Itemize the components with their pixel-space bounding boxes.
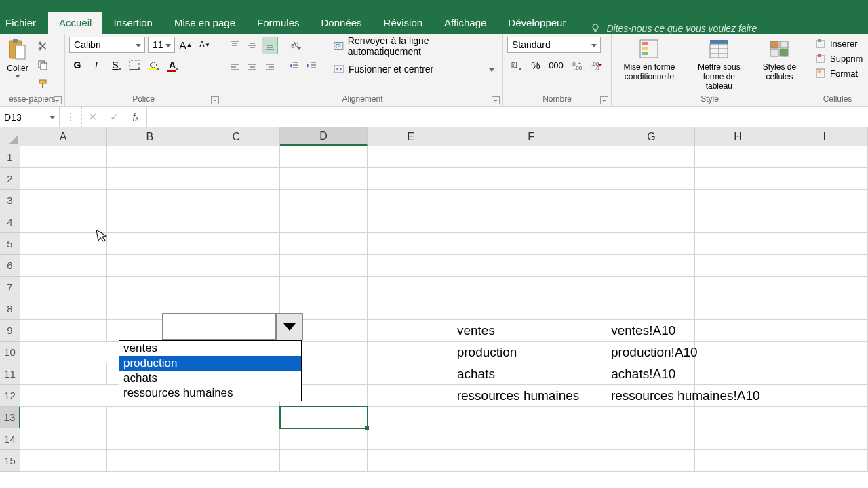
cell-B7[interactable] — [107, 277, 194, 298]
cell-F13[interactable] — [454, 407, 608, 428]
cell-A2[interactable] — [20, 168, 107, 190]
row-header-15[interactable]: 15 — [0, 450, 20, 472]
row-header-13[interactable]: 13 — [0, 407, 20, 428]
cell-I9[interactable] — [781, 320, 868, 342]
cell-F4[interactable] — [454, 211, 608, 233]
cell-H6[interactable] — [695, 255, 782, 277]
font-launcher[interactable]: ⌐ — [211, 96, 219, 104]
percent-button[interactable]: % — [528, 57, 544, 73]
row-header-14[interactable]: 14 — [0, 428, 20, 450]
tab-donnees[interactable]: Données — [311, 12, 373, 34]
paste-button[interactable]: Coller — [4, 37, 31, 79]
cell-D4[interactable] — [280, 211, 368, 233]
cell-C6[interactable] — [193, 255, 280, 277]
insert-function-button[interactable]: fx — [125, 107, 146, 127]
cell-H7[interactable] — [695, 277, 782, 298]
cell-E9[interactable] — [368, 320, 454, 342]
format-cells-button[interactable]: Format — [812, 66, 865, 80]
col-header-A[interactable]: A — [20, 127, 107, 146]
cell-E4[interactable] — [368, 211, 454, 233]
cell-A9[interactable] — [20, 320, 107, 342]
underline-button[interactable]: S — [107, 57, 123, 73]
cell-H3[interactable] — [695, 190, 782, 211]
format-painter-button[interactable] — [34, 76, 52, 92]
cell-I11[interactable] — [781, 363, 868, 385]
insert-cells-button[interactable]: Insérer — [812, 37, 865, 50]
cell-H8[interactable] — [695, 298, 782, 320]
cell-G5[interactable] — [608, 233, 695, 255]
cell-A8[interactable] — [20, 298, 107, 320]
col-header-E[interactable]: E — [368, 127, 454, 146]
cell-F6[interactable] — [454, 255, 608, 277]
cell-H15[interactable] — [695, 450, 782, 472]
cell-B4[interactable] — [107, 211, 194, 233]
cell-C1[interactable] — [193, 146, 280, 168]
cell-G1[interactable] — [608, 146, 695, 168]
cell-H1[interactable] — [695, 146, 782, 168]
cell-I15[interactable] — [781, 450, 868, 472]
col-header-C[interactable]: C — [193, 127, 280, 146]
cell-G12[interactable]: ressources humaines!A10 — [608, 385, 695, 407]
cell-I4[interactable] — [781, 211, 868, 233]
select-all-corner[interactable] — [0, 127, 20, 146]
cell-styles-button[interactable]: Styles de cellules — [755, 37, 804, 83]
cell-I6[interactable] — [781, 255, 868, 277]
align-left-button[interactable] — [226, 58, 243, 76]
cell-C4[interactable] — [193, 211, 280, 233]
cell-F2[interactable] — [454, 168, 608, 190]
cell-F7[interactable] — [454, 277, 608, 298]
cell-I2[interactable] — [781, 168, 868, 190]
row-header-11[interactable]: 11 — [0, 363, 20, 385]
cell-D14[interactable] — [280, 428, 368, 450]
cell-B15[interactable] — [107, 450, 194, 472]
cell-F8[interactable] — [454, 298, 608, 320]
cell-E13[interactable] — [368, 407, 454, 428]
cell-G4[interactable] — [608, 211, 695, 233]
cell-E8[interactable] — [368, 298, 454, 320]
cell-A12[interactable] — [20, 385, 107, 407]
row-header-1[interactable]: 1 — [0, 146, 20, 168]
cell-D13[interactable] — [280, 407, 368, 428]
cell-B6[interactable] — [107, 255, 194, 277]
cell-B3[interactable] — [107, 190, 194, 211]
cell-H4[interactable] — [695, 211, 782, 233]
cell-A1[interactable] — [20, 146, 107, 168]
alignment-launcher[interactable]: ⌐ — [492, 96, 500, 104]
col-header-D[interactable]: D — [280, 127, 368, 146]
cell-A4[interactable] — [20, 211, 107, 233]
cell-D3[interactable] — [280, 190, 368, 211]
row-header-8[interactable]: 8 — [0, 298, 20, 320]
decrease-decimal-button[interactable]: .00.0 — [589, 57, 605, 73]
cell-H9[interactable] — [695, 320, 782, 342]
cell-E1[interactable] — [368, 146, 454, 168]
cancel-formula-button[interactable]: ✕ — [81, 107, 103, 127]
col-header-G[interactable]: G — [608, 127, 695, 146]
cell-G13[interactable] — [608, 407, 695, 428]
cell-C15[interactable] — [193, 450, 280, 472]
cell-G9[interactable]: ventes!A10 — [608, 320, 695, 342]
cell-H12[interactable] — [695, 385, 782, 407]
cell-I1[interactable] — [781, 146, 868, 168]
dropdown-item-production[interactable]: production — [119, 356, 301, 371]
row-header-6[interactable]: 6 — [0, 255, 20, 277]
cell-A15[interactable] — [20, 450, 107, 472]
cell-C14[interactable] — [193, 428, 280, 450]
cell-I8[interactable] — [781, 298, 868, 320]
cell-E6[interactable] — [368, 255, 454, 277]
number-format-combo[interactable]: Standard — [507, 37, 601, 53]
cell-E10[interactable] — [368, 342, 454, 363]
cell-H10[interactable] — [695, 342, 782, 363]
italic-button[interactable]: I — [88, 57, 104, 73]
cell-I7[interactable] — [781, 277, 868, 298]
cell-F5[interactable] — [454, 233, 608, 255]
cell-F3[interactable] — [454, 190, 608, 211]
align-right-button[interactable] — [262, 58, 278, 76]
tab-accueil[interactable]: Accueil — [48, 12, 102, 34]
decrease-font-button[interactable]: A▼ — [197, 37, 213, 53]
cell-H2[interactable] — [695, 168, 782, 190]
cell-F14[interactable] — [454, 428, 608, 450]
cell-A6[interactable] — [20, 255, 107, 277]
row-header-12[interactable]: 12 — [0, 385, 20, 407]
tab-insertion[interactable]: Insertion — [102, 12, 163, 34]
cell-D7[interactable] — [280, 277, 368, 298]
